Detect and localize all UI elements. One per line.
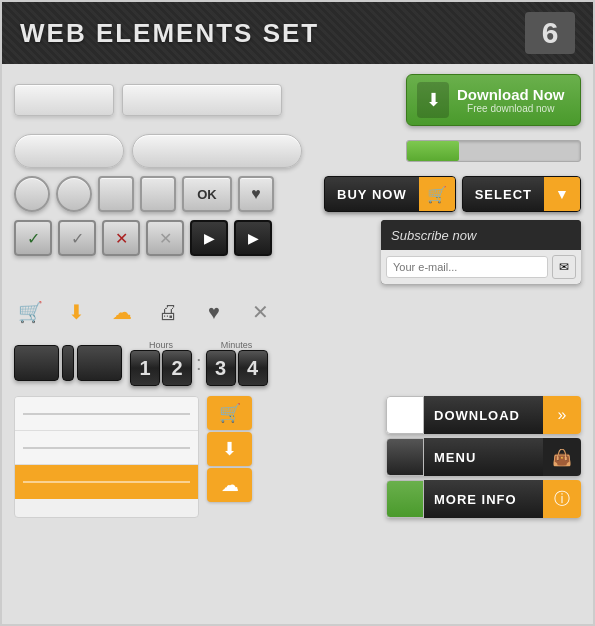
menu-item-bar-3: [23, 481, 190, 483]
minutes-digits: 3 4: [206, 350, 268, 386]
download-chevron-icon: »: [543, 396, 581, 434]
buy-now-button[interactable]: BUY NOW 🛒: [324, 176, 456, 212]
cart-icon-btn[interactable]: 🛒: [14, 296, 46, 328]
menu-label: MENU: [434, 450, 476, 465]
subscribe-send-button[interactable]: ✉: [552, 255, 576, 279]
flat-button-large[interactable]: [122, 84, 282, 116]
dark-tab-dot: [62, 345, 74, 381]
progress-bar-fill: [407, 141, 459, 161]
download-sub-text: Free download now: [457, 103, 565, 114]
download-icon: ⬇: [417, 82, 449, 118]
heart-button[interactable]: ♥: [238, 176, 274, 212]
minutes-digit-1: 3: [206, 350, 236, 386]
subscribe-title: Subscribe now: [391, 228, 476, 243]
bottom-section: 🛒 ⬇ ☁ DOWNLOAD » MENU: [14, 396, 581, 518]
download-row-button[interactable]: DOWNLOAD »: [386, 396, 581, 434]
square-button-small[interactable]: [98, 176, 134, 212]
menu-bag-icon: 👜: [543, 438, 581, 476]
download-main-area: DOWNLOAD: [424, 396, 543, 434]
arrow-button-1[interactable]: ▶: [190, 220, 228, 256]
row-mixed-buttons: OK ♥ BUY NOW 🛒 SELECT ▼: [14, 176, 581, 212]
row-icons: 🛒 ⬇ ☁ 🖨 ♥ ✕: [14, 292, 581, 332]
heart-icon-btn[interactable]: ♥: [198, 296, 230, 328]
icon-col-cart[interactable]: 🛒: [207, 396, 252, 430]
more-info-preview-box: [386, 480, 424, 518]
menu-list: [14, 396, 199, 518]
hours-digit-2: 2: [162, 350, 192, 386]
square-button-small-2[interactable]: [140, 176, 176, 212]
circle-button-1[interactable]: [14, 176, 50, 212]
cross-button-active[interactable]: ✕: [102, 220, 140, 256]
menu-preview-box: [386, 438, 424, 476]
subscribe-input-row: ✉: [381, 250, 581, 284]
rounded-button-large[interactable]: [132, 134, 302, 168]
flat-button-small-1[interactable]: [14, 84, 114, 116]
dark-tabs-group: [14, 345, 122, 381]
main-container: WEB ELEMENTS SET 6 ⬇ Download Now Free d…: [0, 0, 595, 626]
download-main-text: Download Now: [457, 86, 565, 103]
menu-item-2[interactable]: [15, 431, 198, 465]
right-buttons: DOWNLOAD » MENU 👜 MORE INFO: [386, 396, 581, 518]
menu-item-1[interactable]: [15, 397, 198, 431]
cloud-upload-icon-btn[interactable]: ☁: [106, 296, 138, 328]
row-check-buttons: ✓ ✓ ✕ ✕ ▶ ▶ Subscribe now ✉: [14, 220, 581, 284]
cross-button-inactive[interactable]: ✕: [146, 220, 184, 256]
subscribe-email-input[interactable]: [386, 256, 548, 278]
subscribe-header: Subscribe now: [381, 220, 581, 250]
download-icon-btn[interactable]: ⬇: [60, 296, 92, 328]
select-button[interactable]: SELECT ▼: [462, 176, 581, 212]
header-number: 6: [525, 12, 575, 54]
heart-icon: ♥: [251, 185, 261, 203]
menu-row-button[interactable]: MENU 👜: [386, 438, 581, 476]
info-icon: ⓘ: [543, 480, 581, 518]
icon-col-download[interactable]: ⬇: [207, 432, 252, 466]
content-area: ⬇ Download Now Free download now OK: [2, 64, 593, 624]
minutes-group: Minutes 3 4: [206, 340, 268, 386]
hours-group: Hours 1 2: [130, 340, 192, 386]
row-countdown: Hours 1 2 : Minutes 3 4: [14, 340, 581, 386]
printer-icon-btn[interactable]: 🖨: [152, 296, 184, 328]
circle-button-2[interactable]: [56, 176, 92, 212]
hours-digit-1: 1: [130, 350, 160, 386]
download-label: DOWNLOAD: [434, 408, 520, 423]
hours-digits: 1 2: [130, 350, 192, 386]
menu-item-bar-1: [23, 413, 190, 415]
icon-col-cloud[interactable]: ☁: [207, 468, 252, 502]
more-info-main-area: MORE INFO: [424, 480, 543, 518]
row-buttons-rounded: [14, 134, 581, 168]
more-info-label: MORE INFO: [434, 492, 517, 507]
check-button-active[interactable]: ✓: [14, 220, 52, 256]
close-icon-btn[interactable]: ✕: [244, 296, 276, 328]
menu-item-bar-2: [23, 447, 190, 449]
countdown-timer: Hours 1 2 : Minutes 3 4: [130, 340, 268, 386]
download-button[interactable]: ⬇ Download Now Free download now: [406, 74, 581, 126]
menu-main-area: MENU: [424, 438, 543, 476]
dark-tab-1[interactable]: [14, 345, 59, 381]
menu-item-3-highlighted[interactable]: [15, 465, 198, 499]
progress-bar: [406, 140, 581, 162]
select-text: SELECT: [463, 187, 544, 202]
cart-icon: 🛒: [419, 177, 455, 211]
chevron-down-icon: ▼: [544, 177, 580, 211]
icon-column: 🛒 ⬇ ☁: [207, 396, 252, 518]
row-buttons-flat: ⬇ Download Now Free download now: [14, 74, 581, 126]
hours-label: Hours: [149, 340, 173, 350]
minutes-digit-2: 4: [238, 350, 268, 386]
check-buttons-group: ✓ ✓ ✕ ✕ ▶ ▶: [14, 220, 272, 256]
rounded-button-small[interactable]: [14, 134, 124, 168]
arrow-button-2[interactable]: ▶: [234, 220, 272, 256]
header: WEB ELEMENTS SET 6: [2, 2, 593, 64]
download-preview-box: [386, 396, 424, 434]
more-info-row-button[interactable]: MORE INFO ⓘ: [386, 480, 581, 518]
header-title: WEB ELEMENTS SET: [20, 18, 319, 49]
check-button-inactive[interactable]: ✓: [58, 220, 96, 256]
subscribe-box: Subscribe now ✉: [381, 220, 581, 284]
dark-tab-2[interactable]: [77, 345, 122, 381]
download-text-box: Download Now Free download now: [457, 86, 565, 114]
minutes-label: Minutes: [221, 340, 253, 350]
ok-button[interactable]: OK: [182, 176, 232, 212]
buy-now-text: BUY NOW: [325, 187, 419, 202]
